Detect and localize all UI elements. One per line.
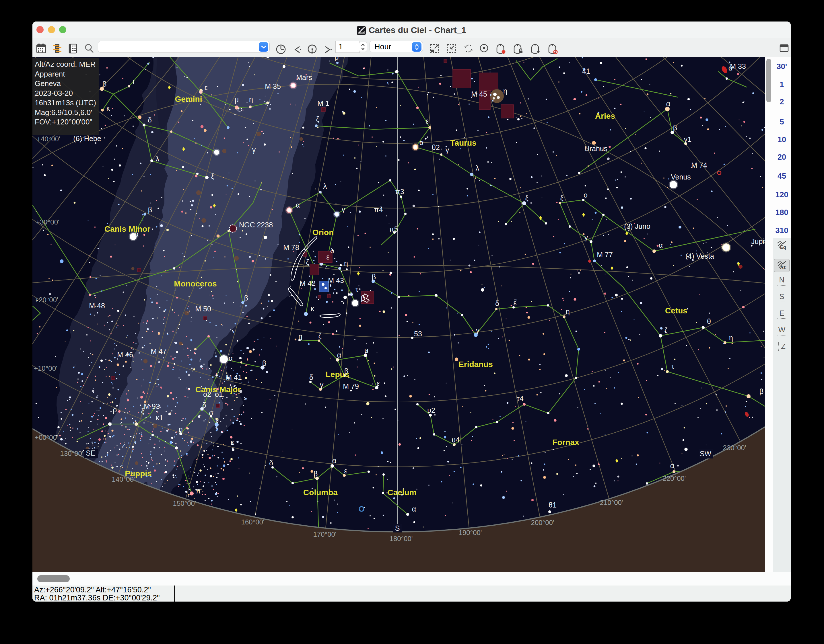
svg-text:M 42: M 42 (300, 279, 315, 287)
svg-text:δ: δ (309, 373, 313, 381)
svg-text:η: η (503, 87, 507, 95)
svg-text:ε: ε (513, 299, 517, 307)
svg-text:α: α (337, 351, 341, 359)
svg-text:π3: π3 (395, 187, 404, 196)
svg-text:ο: ο (584, 191, 587, 199)
svg-text:Uranus: Uranus (584, 144, 608, 153)
svg-text:π4: π4 (374, 205, 383, 214)
svg-text:41: 41 (582, 67, 590, 75)
svg-text:λ: λ (156, 155, 160, 163)
svg-text:ε: ε (377, 379, 380, 387)
svg-text:+20°00': +20°00' (35, 296, 58, 304)
svg-text:Monoceros: Monoceros (174, 279, 217, 288)
svg-text:δ: δ (148, 116, 152, 124)
svg-text:ξ: ξ (211, 172, 214, 180)
svg-text:β: β (314, 470, 318, 478)
svg-text:200°00': 200°00' (531, 519, 554, 526)
svg-text:μ: μ (235, 96, 239, 104)
svg-text:θ2: θ2 (432, 143, 440, 152)
svg-text:α: α (229, 354, 233, 362)
svg-text:M 50: M 50 (195, 305, 211, 313)
svg-text:α: α (412, 505, 416, 513)
svg-text:α: α (666, 100, 670, 108)
svg-text:β: β (372, 273, 376, 281)
svg-text:δ: δ (202, 401, 206, 409)
svg-text:230°00': 230°00' (723, 444, 746, 452)
svg-text:η: η (566, 307, 570, 316)
svg-text:σ: σ (209, 409, 214, 417)
svg-text:SW: SW (700, 449, 712, 458)
svg-text:η: η (249, 95, 253, 103)
svg-text:α: α (670, 462, 674, 470)
svg-text:β: β (759, 387, 764, 396)
svg-text:M 1: M 1 (317, 99, 329, 107)
svg-text:Caelum: Caelum (387, 488, 416, 497)
svg-text:Taurus: Taurus (450, 138, 476, 147)
svg-text:θ: θ (707, 317, 711, 325)
svg-text:M 74: M 74 (691, 161, 707, 169)
svg-text:ι: ι (132, 77, 134, 85)
svg-text:M 78: M 78 (283, 244, 299, 251)
svg-text:τ: τ (355, 285, 358, 293)
svg-text:γ: γ (252, 146, 256, 154)
svg-text:+40°00': +40°00' (37, 135, 60, 143)
svg-text:Canis Minor: Canis Minor (105, 224, 150, 233)
svg-text:η: η (344, 259, 348, 267)
svg-text:α: α (420, 138, 423, 147)
svg-text:(3) Juno: (3) Juno (624, 222, 650, 230)
svg-text:γ: γ (476, 326, 480, 334)
svg-text:Az: Az (780, 265, 786, 270)
svg-text:220°00': 220°00' (663, 475, 686, 482)
svg-text:κ1: κ1 (156, 414, 163, 422)
svg-text:(6) Hebe: (6) Hebe (73, 135, 101, 143)
svg-text:ε: ε (204, 83, 208, 92)
svg-text:τ: τ (671, 362, 674, 370)
svg-text:Eq: Eq (780, 245, 786, 250)
svg-text:γ: γ (342, 205, 346, 213)
svg-text:α: α (296, 201, 300, 209)
svg-text:η: η (298, 332, 303, 340)
svg-text:(4) Vesta: (4) Vesta (686, 252, 714, 260)
svg-text:ξ: ξ (560, 194, 563, 202)
svg-text:Jupiter: Jupiter (751, 238, 765, 245)
svg-text:Aries: Aries (595, 112, 615, 120)
svg-text:α: α (135, 230, 138, 238)
svg-text:M 48: M 48 (89, 302, 105, 310)
svg-text:ζ: ζ (664, 326, 667, 334)
svg-text:+30°00': +30°00' (36, 218, 59, 226)
svg-text:M 47: M 47 (151, 347, 167, 355)
svg-text:η: η (179, 425, 183, 433)
svg-text:ε: ε (215, 416, 218, 424)
svg-text:Gemini: Gemini (175, 95, 202, 104)
svg-text:ε: ε (344, 467, 347, 475)
svg-text:180°00': 180°00' (390, 535, 413, 543)
svg-text:η: η (729, 334, 733, 342)
svg-text:140°00': 140°00' (112, 475, 135, 483)
svg-text:λ: λ (323, 182, 327, 190)
svg-text:α: α (729, 64, 732, 72)
svg-text:190°00': 190°00' (459, 529, 482, 537)
svg-text:M 43: M 43 (328, 276, 344, 284)
svg-text:π5: π5 (389, 225, 398, 233)
svg-text:β: β (344, 367, 348, 375)
svg-text:ξ: ξ (525, 194, 528, 202)
svg-text:M 93: M 93 (144, 402, 160, 410)
svg-text:β: β (102, 80, 106, 88)
svg-text:M 77: M 77 (597, 251, 613, 259)
svg-text:ζ: ζ (306, 258, 309, 266)
svg-text:κ: κ (106, 104, 110, 112)
svg-text:170°00': 170°00' (313, 531, 337, 538)
svg-text:τ4: τ4 (517, 394, 524, 403)
svg-text:γ1: γ1 (684, 135, 692, 143)
svg-text:Mars: Mars (296, 74, 312, 81)
svg-text:λ: λ (476, 164, 480, 172)
svg-text:ο2: ο2 (203, 390, 211, 398)
svg-text:β: β (148, 205, 152, 214)
svg-text:M 79: M 79 (343, 382, 359, 390)
svg-text:β: β (673, 124, 677, 132)
svg-text:ζ: ζ (318, 332, 321, 340)
svg-text:ε: ε (326, 253, 329, 261)
svg-text:γ: γ (584, 233, 588, 241)
svg-text:ρ: ρ (113, 406, 117, 414)
svg-text:ο1: ο1 (215, 390, 223, 398)
